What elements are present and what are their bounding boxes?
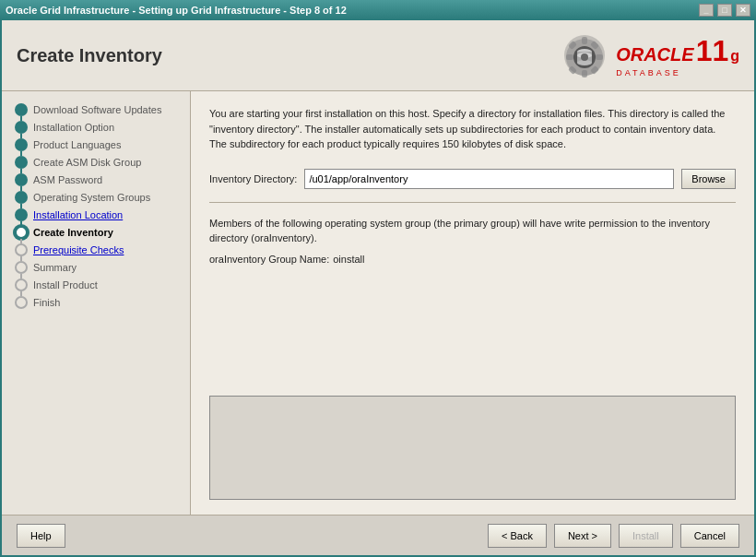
step-indicator-11 (15, 278, 28, 291)
sidebar: Download Software Updates Installation O… (2, 91, 191, 515)
svg-point-15 (581, 53, 588, 61)
title-bar: Oracle Grid Infrastructure - Setting up … (0, 0, 756, 20)
step-label-4: Create ASM Disk Group (33, 157, 141, 168)
step-connector-2 (15, 121, 28, 134)
step-indicator-7 (15, 208, 28, 221)
header-logo: ORACLE 11g DATABASE (546, 28, 739, 83)
title-bar-buttons: _ □ ✕ (699, 4, 750, 17)
step-indicator-1 (15, 103, 28, 116)
step-connector-10 (15, 261, 28, 274)
spacer (209, 279, 736, 383)
step-indicator-5 (15, 173, 28, 186)
inventory-dir-input[interactable] (304, 169, 674, 189)
sidebar-item-product-languages: Product Languages (2, 138, 190, 151)
footer: Help < Back Next > Install Cancel (2, 515, 754, 555)
inventory-dir-row: Inventory Directory: Browse (209, 169, 736, 189)
oracle-brand: ORACLE 11g DATABASE (616, 34, 739, 77)
sidebar-item-installation-location[interactable]: Installation Location (2, 208, 190, 221)
install-button[interactable]: Install (619, 524, 673, 548)
step-indicator-8 (15, 226, 28, 239)
sidebar-item-download-software-updates: Download Software Updates (2, 101, 190, 116)
sidebar-item-create-inventory: Create Inventory (2, 226, 190, 239)
sidebar-steps: Download Software Updates Installation O… (2, 101, 190, 309)
minimize-button[interactable]: _ (699, 4, 714, 17)
step-indicator-2 (15, 121, 28, 134)
step-connector-1 (15, 103, 28, 116)
step-label-12: Finish (33, 297, 60, 308)
step-indicator-4 (15, 156, 28, 169)
next-button[interactable]: Next > (554, 524, 611, 548)
oracle-logo-text: ORACLE (616, 44, 693, 65)
step-connector-5 (15, 173, 28, 186)
group-name-value: oinstall (333, 252, 364, 267)
step-label-7[interactable]: Installation Location (33, 209, 123, 220)
step-label-9[interactable]: Prerequisite Checks (33, 244, 124, 255)
content-area: Download Software Updates Installation O… (2, 91, 754, 515)
back-button[interactable]: < Back (488, 524, 547, 548)
step-connector-12 (15, 296, 28, 309)
sidebar-item-prerequisite-checks[interactable]: Prerequisite Checks (2, 243, 190, 256)
sidebar-item-finish: Finish (2, 296, 190, 309)
inventory-dir-label: Inventory Directory: (209, 173, 297, 184)
svg-rect-6 (596, 54, 603, 60)
step-label-11: Install Product (33, 279, 98, 290)
footer-right-buttons: < Back Next > Install Cancel (488, 524, 739, 548)
group-name-label: oraInventory Group Name: (209, 252, 329, 267)
database-label: DATABASE (616, 68, 739, 77)
group-name-row: oraInventory Group Name: oinstall (209, 252, 736, 267)
step-connector-6 (15, 191, 28, 204)
step-label-10: Summary (33, 262, 77, 273)
main-panel: You are starting your first installation… (191, 91, 754, 515)
main-window: Create Inventory (0, 20, 756, 557)
sidebar-item-installation-option: Installation Option (2, 121, 190, 134)
step-connector-11 (15, 278, 28, 291)
group-info-text: Members of the following operating syste… (209, 216, 736, 267)
step-label-1: Download Software Updates (33, 104, 161, 115)
sidebar-item-os-groups: Operating System Groups (2, 191, 190, 204)
svg-rect-4 (582, 70, 587, 77)
help-button[interactable]: Help (17, 524, 65, 548)
version-suffix: g (730, 48, 739, 65)
close-button[interactable]: ✕ (736, 4, 750, 17)
title-bar-text: Oracle Grid Infrastructure - Setting up … (6, 5, 347, 16)
step-connector-3 (15, 138, 28, 151)
step-label-3: Product Languages (33, 139, 121, 150)
svg-rect-5 (566, 54, 573, 60)
sidebar-item-asm-password: ASM Password (2, 173, 190, 186)
svg-rect-3 (582, 37, 587, 44)
step-indicator-12 (15, 296, 28, 309)
divider (209, 202, 736, 203)
sidebar-item-summary: Summary (2, 261, 190, 274)
description-text: You are starting your first installation… (209, 106, 736, 152)
step-label-6: Operating System Groups (33, 192, 150, 203)
step-connector-4 (15, 156, 28, 169)
step-indicator-10 (15, 261, 28, 274)
step-indicator-9 (15, 243, 28, 256)
page-title: Create Inventory (17, 45, 162, 66)
step-label-8: Create Inventory (33, 227, 113, 238)
step-connector-8 (15, 226, 28, 239)
step-label-5: ASM Password (33, 174, 102, 185)
step-label-2: Installation Option (33, 122, 114, 133)
sidebar-item-install-product: Install Product (2, 278, 190, 291)
maximize-button[interactable]: □ (717, 4, 732, 17)
step-indicator-3 (15, 138, 28, 151)
header: Create Inventory (2, 20, 754, 91)
gear-icon (546, 28, 605, 83)
version-number: 11 (696, 34, 729, 68)
log-box (209, 396, 736, 501)
step-indicator-6 (15, 191, 28, 204)
sidebar-item-create-asm: Create ASM Disk Group (2, 156, 190, 169)
browse-button[interactable]: Browse (681, 169, 736, 189)
step-connector-7 (15, 208, 28, 221)
cancel-button[interactable]: Cancel (680, 524, 739, 548)
step-connector-9 (15, 243, 28, 256)
